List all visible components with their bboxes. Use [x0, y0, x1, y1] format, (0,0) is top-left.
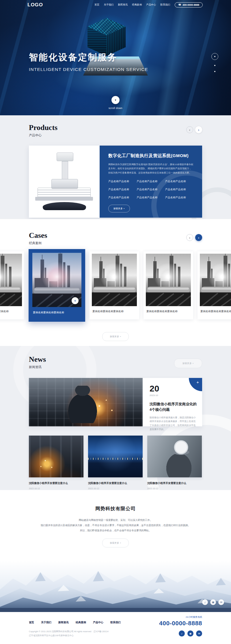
company-intro-line: 网站建设与网络营销是一项需要创意、策划、可以深入研究的工作。 [0, 518, 231, 523]
scroll-down-button[interactable]: ▾ [111, 96, 120, 104]
cases-carousel-arrows: ‹ › [186, 234, 202, 241]
main-nav: 首页 关于我们 新闻资讯 经典案例 产品中心 联系我们 [94, 3, 170, 7]
hero-title: 智能化设备定制服务 [29, 51, 148, 63]
news-card-date: 2022-10-12 [88, 487, 143, 490]
footer-social-icons: ♪ ◉ ✉ [159, 630, 202, 637]
product-link[interactable]: 产品名称产品名称 [165, 188, 193, 191]
product-title: 数字化工厂制造执行及营运系统(GMOM) [108, 153, 193, 159]
case-plus-button[interactable]: + [72, 297, 79, 304]
contact-icon[interactable]: ✉ [218, 599, 224, 605]
site-header: LOGO 首页 关于我们 新闻资讯 经典案例 产品中心 联系我们 ☎ 400-0… [0, 0, 231, 10]
products-next-button[interactable]: › [195, 126, 202, 133]
footer-nav-contact[interactable]: 联系我们 [110, 621, 121, 624]
product-image [29, 146, 100, 218]
product-link[interactable]: 产品名称产品名称 [108, 188, 137, 191]
products-more-button[interactable]: 探索更多 + [108, 205, 130, 212]
mountain-photo: ♪ ◉ ✉ [0, 561, 231, 612]
cases-subtitle: 经典案例 [29, 241, 47, 245]
scroll-down: ▾ scroll down [0, 96, 231, 110]
case-card[interactable]: 案例名称案例名称案例名称 [90, 251, 139, 319]
case-title: 案例名称案例名称案例名称 [146, 306, 191, 313]
product-link[interactable]: 产品名称产品名称 [108, 196, 137, 199]
news-card-date: 2022-10-12 [29, 487, 83, 490]
footer-nav-home[interactable]: 首页 [29, 621, 34, 624]
header-phone-button[interactable]: ☎ 400-0000-8888 [175, 2, 203, 7]
featured-news-day: 20 [150, 384, 197, 393]
nav-about[interactable]: 关于我们 [104, 3, 113, 7]
cases-carousel: 案例名称案例名称案例名称 + 案例名称案例名称案例名称 案例名称案例名称案例名称… [0, 249, 231, 322]
nav-news[interactable]: 新闻资讯 [118, 3, 128, 7]
news-card[interactable]: 沈阳微信小程序开发需要注意什么 2022-10-12 [29, 436, 83, 490]
about-more-button[interactable]: 探索更多 + [102, 538, 129, 547]
footer: 首页 关于我们 新闻资讯 经典案例 产品中心 联系我们 Copyright © … [0, 612, 231, 644]
page: LOGO 首页 关于我们 新闻资讯 经典案例 产品中心 联系我们 ☎ 400-0… [0, 0, 231, 644]
cases-prev-button[interactable]: ‹ [186, 234, 193, 241]
news-section: News 新闻资讯 探索更多 + + 20 2023-10 沈阳微信小程序开发商… [0, 346, 231, 490]
cases-more-row: 探索更多 + [0, 332, 231, 341]
products-subtitle: 产品中心 [29, 133, 57, 138]
footer-nav-cases[interactable]: 经典案例 [76, 621, 86, 624]
douyin-icon[interactable]: ♪ [179, 630, 185, 637]
news-card[interactable]: 沈阳微信小程序开发需要注意什么 2022-10-12 [88, 436, 143, 490]
case-photo [200, 254, 231, 306]
footer-phone-number: 400-0000-8888 [159, 620, 202, 627]
company-intro-line: 所以，我们即使放弃合作机会，也不会做不符合专业要求的网站。 [0, 528, 231, 533]
product-info-panel: 数字化工厂制造执行及营运系统(GMOM) 网势科技作为深耕互联网数字化领域的“国… [100, 146, 202, 218]
footer-nav-about[interactable]: 关于我们 [41, 621, 51, 624]
cases-next-button[interactable]: › [195, 234, 202, 241]
product-link[interactable]: 产品名称产品名称 [137, 180, 165, 183]
weibo-icon[interactable]: ◉ [187, 630, 193, 637]
news-photo [147, 436, 202, 477]
case-card[interactable]: 案例名称案例名称案例名称 [198, 251, 231, 319]
featured-news-card[interactable]: + 20 2023-10 沈阳微信小程序开发商业化的4个核心问题 随着微信小程序… [29, 378, 202, 426]
case-title: 案例名称案例名称案例名称 [200, 306, 231, 313]
nav-products[interactable]: 产品中心 [146, 3, 156, 7]
featured-news-title: 沈阳微信小程序开发商业化的4个核心问题 [150, 402, 197, 413]
product-link[interactable]: 产品名称产品名称 [137, 196, 165, 199]
mountain-graphic [0, 561, 231, 612]
news-title: News [29, 356, 46, 363]
product-link[interactable]: 产品名称产品名称 [165, 180, 193, 183]
product-card[interactable]: 数字化工厂制造执行及营运系统(GMOM) 网势科技作为深耕互联网数字化领域的“国… [29, 146, 202, 218]
case-card[interactable]: 案例名称案例名称案例名称 [0, 251, 24, 319]
hero-dot-active[interactable] [211, 53, 218, 60]
footer-nav-products[interactable]: 产品中心 [93, 621, 103, 624]
weibo-icon[interactable]: ◉ [210, 599, 216, 605]
products-carousel-arrows: ‹ › [186, 126, 202, 133]
featured-news-photo [29, 378, 143, 426]
nav-home[interactable]: 首页 [94, 3, 99, 7]
footer-nav-news[interactable]: 新闻资讯 [58, 621, 69, 624]
news-photo [29, 436, 83, 477]
case-card[interactable]: 案例名称案例名称案例名称 [144, 251, 193, 319]
case-title: 案例名称案例名称案例名称 [32, 307, 81, 315]
douyin-icon[interactable]: ♪ [202, 599, 208, 605]
news-card-title: 沈阳微信小程序开发需要注意什么 [88, 481, 143, 485]
news-grid: 沈阳微信小程序开发需要注意什么 2022-10-12 沈阳微信小程序开发需要注意… [29, 436, 202, 490]
news-more-button[interactable]: 探索更多 + [174, 359, 202, 368]
case-photo [92, 254, 137, 306]
contact-icon[interactable]: ✉ [196, 630, 202, 637]
plus-icon: + [196, 380, 199, 384]
nav-contact[interactable]: 联系我们 [160, 3, 170, 7]
hero-pagination-dots [211, 53, 218, 72]
logo[interactable]: LOGO [27, 2, 43, 8]
cases-more-button[interactable]: 探索更多 + [102, 332, 129, 341]
product-link[interactable]: 产品名称产品名称 [108, 180, 137, 183]
plus-icon: + [74, 298, 76, 303]
company-intro: 网站建设与网络营销是一项需要创意、策划、可以深入研究的工作。 我们提供专业的设计… [0, 518, 231, 533]
company-intro-line: 我们提供专业的设计及相应的解决方案，但是，不符合专业设计要求，不能达到应有的效果… [0, 523, 231, 528]
copyright: Copyright © 2011-2023 沈阳网势科技有限公司 All rig… [29, 630, 121, 638]
products-prev-button[interactable]: ‹ [186, 126, 193, 133]
hero-dot-3[interactable] [214, 71, 215, 72]
news-card-title: 沈阳微信小程序开发需要注意什么 [147, 481, 202, 485]
product-link[interactable]: 产品名称产品名称 [165, 196, 193, 199]
news-card-title: 沈阳微信小程序开发需要注意什么 [29, 481, 83, 485]
case-card-active[interactable]: + 案例名称案例名称案例名称 [29, 249, 85, 322]
news-card[interactable]: 沈阳微信小程序开发需要注意什么 2022-10-12 [147, 436, 202, 490]
nav-cases[interactable]: 经典案例 [132, 3, 142, 7]
hero-dot-2[interactable] [214, 65, 215, 66]
featured-news-date: 2023-10 [150, 394, 197, 397]
about-more-row: 探索更多 + [0, 538, 231, 547]
header-phone-number: 400-0000-8888 [182, 3, 199, 6]
product-link[interactable]: 产品名称产品名称 [137, 188, 165, 191]
